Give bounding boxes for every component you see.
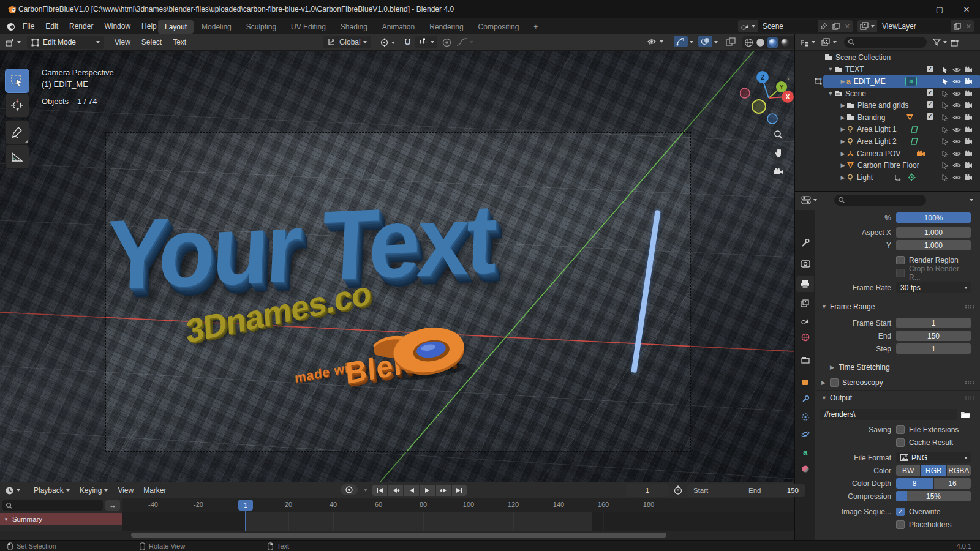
selectable-icon[interactable] [942, 174, 949, 181]
outliner-row-carbon-fibre-floor[interactable]: ▶ Carbon Fibre Floor [795, 159, 980, 171]
tab-tool[interactable] [796, 234, 814, 250]
zoom-view-icon[interactable] [771, 127, 786, 143]
tool-annotate[interactable] [5, 120, 29, 144]
jump-to-end-button[interactable] [452, 485, 467, 496]
timeline-menu-view[interactable]: View [113, 486, 138, 495]
render-region-checkbox[interactable] [896, 256, 905, 264]
selectable-icon[interactable] [942, 150, 949, 157]
placeholders-checkbox[interactable] [896, 520, 905, 529]
open-folder-icon[interactable] [960, 410, 971, 419]
shading-solid-icon[interactable] [756, 38, 765, 47]
object-visibility-dropdown[interactable] [647, 37, 663, 46]
disable-render-camera-icon[interactable] [964, 162, 973, 168]
scene-selector[interactable]: Scene ✕ [738, 20, 853, 32]
expand-channels-icon[interactable]: ↔ [105, 500, 120, 511]
overlays-dropdown-chevron[interactable] [714, 41, 718, 43]
expand-icon[interactable]: ▶ [839, 151, 846, 157]
frame-step-field[interactable]: 1 [896, 343, 971, 354]
output-path-field[interactable]: //renders\ [820, 409, 957, 420]
frame-start-field[interactable]: 1 [896, 318, 971, 328]
mode-dropdown[interactable]: Edit Mode [27, 36, 104, 49]
outliner-row-camera-pov[interactable]: ▶ Camera POV [795, 148, 980, 160]
selectable-icon[interactable] [942, 126, 949, 133]
view-layer-selector[interactable]: ViewLayer ✕ [858, 20, 974, 32]
hide-eye-icon[interactable] [952, 78, 961, 84]
menu-window[interactable]: Window [99, 18, 136, 34]
new-view-layer-icon[interactable] [951, 20, 963, 32]
snap-target-dropdown[interactable] [415, 36, 437, 48]
menu-file[interactable]: File [17, 18, 40, 34]
editor-type-3d-viewport-icon[interactable] [5, 38, 21, 47]
proportional-editing-icon[interactable] [442, 38, 451, 47]
current-frame-field[interactable]: 1 [626, 484, 669, 497]
workspace-tab-shading[interactable]: Shading [334, 20, 374, 34]
color-bw-button[interactable]: BW [896, 465, 920, 476]
add-workspace-button[interactable]: + [527, 20, 545, 34]
tab-particles[interactable] [796, 409, 814, 425]
outliner-row-area-light-1[interactable]: ▶ Area Light 1 [795, 124, 980, 136]
hide-eye-icon[interactable] [952, 67, 961, 73]
aspect-x-field[interactable]: 1.000 [896, 227, 971, 238]
keying-set-chevron[interactable] [364, 489, 368, 492]
outliner-display-mode-icon[interactable] [821, 38, 837, 47]
tab-collection[interactable] [796, 352, 814, 368]
show-overlays-toggle[interactable] [698, 36, 712, 47]
properties-search-input[interactable] [834, 195, 926, 206]
scene-icon[interactable] [738, 20, 758, 32]
gizmo-dropdown-chevron[interactable] [690, 41, 693, 43]
depth-16-button[interactable]: 16 [934, 478, 971, 489]
timeline-menu-playback[interactable]: Playback [29, 486, 75, 495]
selectable-icon[interactable] [942, 114, 949, 121]
stopwatch-icon[interactable] [674, 485, 682, 495]
overwrite-checkbox[interactable]: ✓ [896, 508, 905, 516]
selectable-icon[interactable] [942, 102, 949, 109]
collapse-icon[interactable]: ▼ [4, 517, 9, 522]
pan-view-hand-icon[interactable] [771, 145, 786, 161]
outliner-row-scene-collection[interactable]: Scene Collection [795, 51, 980, 64]
viewport-3d[interactable]: Edit Mode View Select Text Global [0, 34, 794, 482]
hide-eye-icon[interactable] [952, 151, 961, 157]
tab-material[interactable] [796, 461, 814, 477]
stereoscopy-checkbox[interactable] [830, 378, 839, 387]
tab-output[interactable] [796, 276, 814, 292]
show-gizmo-toggle[interactable] [674, 36, 688, 47]
tool-cursor[interactable] [5, 93, 29, 118]
snap-magnet-icon[interactable] [403, 37, 412, 47]
editor-type-properties-icon[interactable] [801, 196, 817, 204]
time-stretching-section-header[interactable]: ▶Time Stretching [815, 360, 980, 375]
hide-eye-icon[interactable] [952, 174, 961, 181]
selectable-icon[interactable] [942, 138, 949, 145]
outliner-row-text-collection[interactable]: ▼ TEXT ✓ [795, 64, 980, 76]
selectable-icon[interactable] [942, 162, 949, 169]
end-frame-field[interactable]: End150 [742, 484, 805, 497]
color-rgba-button[interactable]: RGBA [947, 465, 971, 476]
collection-checkbox[interactable]: ✓ [927, 101, 933, 108]
timeline-menu-marker[interactable]: Marker [138, 486, 171, 495]
summary-channel[interactable]: ▼ Summary [0, 513, 123, 525]
disable-render-camera-icon[interactable] [964, 150, 973, 157]
disable-render-camera-icon[interactable] [964, 78, 973, 84]
camera-view-icon[interactable] [771, 163, 786, 179]
output-section-header[interactable]: ▼Output [815, 390, 980, 405]
outliner-row-plane-and-grids[interactable]: ▶ Plane and grids ✓ [795, 99, 980, 111]
expand-icon[interactable]: ▶ [839, 138, 846, 144]
disable-render-camera-icon[interactable] [964, 102, 973, 108]
workspace-tab-sculpting[interactable]: Sculpting [239, 20, 283, 34]
selectable-icon[interactable] [942, 78, 949, 85]
menu-edit[interactable]: Edit [40, 18, 64, 34]
disable-render-camera-icon[interactable] [964, 66, 973, 73]
filter-icon[interactable] [933, 39, 947, 46]
stereoscopy-section-header[interactable]: ▶Stereoscopy [815, 375, 980, 390]
new-scene-icon[interactable] [830, 20, 842, 32]
hide-eye-icon[interactable] [952, 162, 961, 168]
pin-icon[interactable] [818, 20, 830, 32]
tab-render[interactable] [796, 255, 814, 271]
color-rgb-button[interactable]: RGB [921, 465, 945, 476]
shading-wireframe-icon[interactable] [744, 38, 753, 47]
new-collection-icon[interactable] [951, 39, 959, 47]
workspace-tab-modeling[interactable]: Modeling [195, 20, 238, 34]
hide-eye-icon[interactable] [952, 102, 961, 108]
tab-physics[interactable] [796, 426, 814, 442]
xray-toggle-icon[interactable] [726, 37, 736, 46]
view-layer-name[interactable]: ViewLayer [877, 20, 951, 32]
